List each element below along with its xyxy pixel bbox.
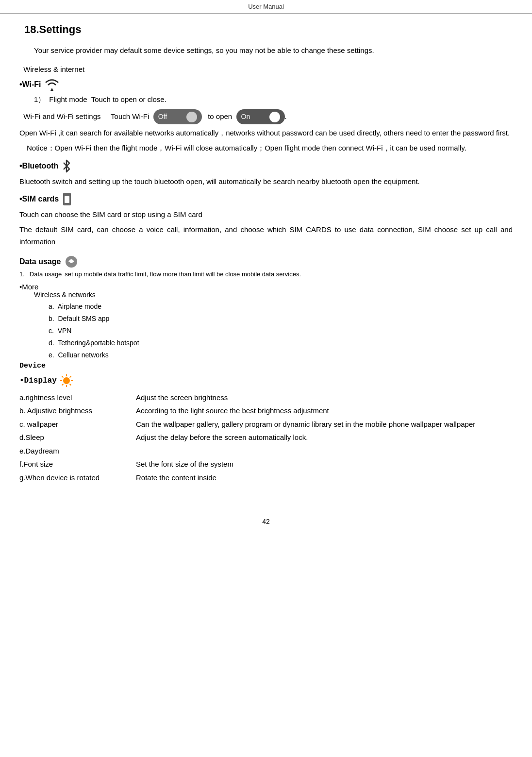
display-row-d: d.Sleep Adjust the delay before the scre… xyxy=(19,431,513,444)
display-row-b: b. Adjustive brightness According to the… xyxy=(19,404,513,417)
wifi-toggle-off[interactable]: Off xyxy=(153,109,202,124)
toggle-off-circle xyxy=(186,112,197,122)
simcards-bullet: •SIM cards xyxy=(19,195,59,203)
display-row-g-value: Rotate the content inside xyxy=(136,471,513,484)
intro-paragraph: Your service provider may default some d… xyxy=(19,45,513,56)
display-row-c: c. wallpaper Can the wallpaper gallery, … xyxy=(19,418,513,431)
display-row-e: e.Daydream xyxy=(19,445,513,457)
sim-line2: The default SIM card, can choose a voice… xyxy=(19,224,513,248)
sim-icon xyxy=(62,192,72,206)
svg-rect-1 xyxy=(65,196,69,203)
display-heading: •Display xyxy=(19,374,513,387)
display-row-d-value: Adjust the delay before the screen autom… xyxy=(136,431,513,444)
simcards-heading: •SIM cards xyxy=(19,192,513,206)
display-table: a.rightness level Adjust the screen brig… xyxy=(19,391,513,484)
more-item-d: d. Tethering&portable hotspot xyxy=(49,337,513,349)
more-label: •More xyxy=(19,283,513,291)
wifi-notice: Notice：Open Wi-Fi then the flight mode，W… xyxy=(19,142,513,154)
wifi-toggle-paragraph: Wi-Fi and Wi-Fi settings Touch Wi-Fi Off… xyxy=(19,109,513,124)
flight-mode-desc: Touch to open or close. xyxy=(91,94,166,105)
display-row-c-value: Can the wallpaper gallery, gallery progr… xyxy=(136,418,513,431)
flight-mode-num: 1） xyxy=(34,94,45,105)
bluetooth-bullet: •Bluetooth xyxy=(19,162,58,170)
display-row-f-value: Set the font size of the system xyxy=(136,458,513,471)
data-usage-icon xyxy=(65,255,78,269)
svg-line-10 xyxy=(69,384,71,385)
display-row-b-label: b. Adjustive brightness xyxy=(19,404,136,417)
toggle-off-label: Off xyxy=(158,111,167,122)
device-label: Device xyxy=(19,362,513,370)
wifi-toggle-on[interactable]: On xyxy=(236,109,285,124)
svg-line-9 xyxy=(62,376,63,377)
data-usage-item1: 1. Data usage set up mobile data traffic… xyxy=(19,270,513,278)
page-header: User Manual xyxy=(0,0,532,14)
svg-line-11 xyxy=(69,376,71,377)
display-row-e-label: e.Daydream xyxy=(19,445,136,457)
display-icon xyxy=(60,374,73,387)
more-section: •More Wireless & networks a. Airplane mo… xyxy=(19,283,513,362)
display-row-f: f.Font size Set the font size of the sys… xyxy=(19,458,513,471)
more-item-c: c. VPN xyxy=(49,325,513,337)
wifi-bullet: •Wi-Fi xyxy=(19,80,41,89)
wireless-section-label: Wireless & internet xyxy=(19,65,513,73)
data-usage-heading: Data usage xyxy=(19,255,513,269)
toggle-on-circle xyxy=(269,112,280,122)
wifi-touch-label: Touch Wi-Fi xyxy=(111,112,149,120)
wifi-heading: •Wi-Fi xyxy=(19,78,513,91)
display-row-b-value: According to the light source the best b… xyxy=(136,404,513,417)
header-text: User Manual xyxy=(248,3,284,10)
more-list: a. Airplane mode b. Default SMS app c. V… xyxy=(49,301,513,362)
display-row-e-value xyxy=(136,445,513,457)
chapter-title: 18.Settings xyxy=(24,23,513,36)
display-row-d-label: d.Sleep xyxy=(19,431,136,444)
page-footer: 42 xyxy=(0,518,532,525)
display-row-a: a.rightness level Adjust the screen brig… xyxy=(19,391,513,404)
wifi-icon xyxy=(44,78,60,91)
page-content: 18.Settings Your service provider may de… xyxy=(0,18,532,508)
display-row-a-label: a.rightness level xyxy=(19,391,136,404)
svg-line-12 xyxy=(62,384,63,385)
data-usage-item-label: Data usage xyxy=(30,270,62,278)
display-row-g-label: g.When device is rotated xyxy=(19,471,136,484)
svg-point-4 xyxy=(63,377,70,384)
display-row-g: g.When device is rotated Rotate the cont… xyxy=(19,471,513,484)
toggle-on-label: On xyxy=(241,111,250,122)
page-number: 42 xyxy=(262,518,270,525)
bluetooth-icon xyxy=(61,159,72,173)
more-item-e: e. Celluar networks xyxy=(49,349,513,361)
sim-line1: Touch can choose the SIM card or stop us… xyxy=(19,209,513,221)
wifi-toggle-middle: to open xyxy=(208,112,232,120)
display-bullet: •Display xyxy=(19,376,57,385)
svg-point-3 xyxy=(70,260,73,263)
data-usage-section: Data usage 1. Data usage set up mobile d… xyxy=(19,255,513,278)
wireless-networks-label: Wireless & networks xyxy=(34,291,513,299)
bluetooth-desc: Bluetooth switch and setting up the touc… xyxy=(19,176,513,188)
wifi-open-desc: Open Wi-Fi ,it can search for available … xyxy=(19,127,513,139)
display-section: •Display a.rightness level Adjust the sc… xyxy=(19,374,513,484)
display-row-c-label: c. wallpaper xyxy=(19,418,136,431)
flight-mode-label: Flight mode xyxy=(49,94,87,105)
wifi-toggle-prefix: Wi-Fi and Wi-Fi settings xyxy=(19,112,109,120)
data-usage-label: Data usage xyxy=(19,257,61,266)
more-item-b: b. Default SMS app xyxy=(49,313,513,325)
data-usage-item-desc: set up mobile data traffic limit, flow m… xyxy=(65,270,301,278)
more-item-a: a. Airplane mode xyxy=(49,301,513,313)
data-usage-num: 1. xyxy=(19,270,25,278)
flight-mode-item: 1） Flight mode Touch to open or close. xyxy=(34,94,513,105)
display-row-f-label: f.Font size xyxy=(19,458,136,471)
display-row-a-value: Adjust the screen brightness xyxy=(136,391,513,404)
bluetooth-heading: •Bluetooth xyxy=(19,159,513,173)
